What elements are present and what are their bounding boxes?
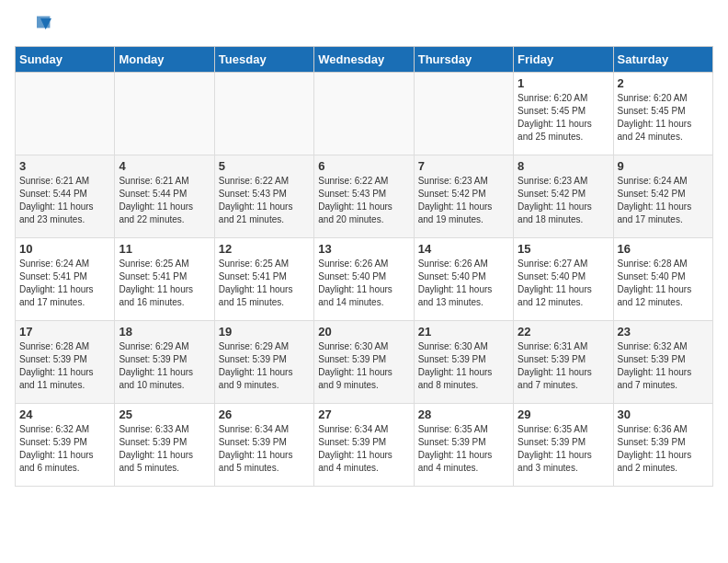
calendar-cell: 17Sunrise: 6:28 AMSunset: 5:39 PMDayligh… [16,321,115,404]
calendar-cell: 5Sunrise: 6:22 AMSunset: 5:43 PMDaylight… [214,155,313,238]
calendar-cell: 10Sunrise: 6:24 AMSunset: 5:41 PMDayligh… [16,238,115,321]
day-info: Sunrise: 6:25 AMSunset: 5:41 PMDaylight:… [219,258,310,309]
day-info: Sunrise: 6:31 AMSunset: 5:39 PMDaylight:… [518,340,609,392]
day-number: 21 [418,325,509,339]
calendar-cell: 27Sunrise: 6:34 AMSunset: 5:39 PMDayligh… [314,404,414,487]
calendar-cell: 28Sunrise: 6:35 AMSunset: 5:39 PMDayligh… [414,404,513,487]
calendar-cell: 30Sunrise: 6:36 AMSunset: 5:39 PMDayligh… [613,404,712,487]
day-number: 18 [119,325,210,339]
day-number: 17 [19,325,110,339]
calendar-cell: 7Sunrise: 6:23 AMSunset: 5:42 PMDaylight… [414,155,513,238]
col-header-thursday: Thursday [414,47,513,73]
day-number: 25 [119,408,210,421]
calendar-cell: 23Sunrise: 6:32 AMSunset: 5:39 PMDayligh… [613,321,712,404]
day-number: 26 [219,408,310,421]
page-header [15,15,713,35]
day-number: 12 [219,242,310,256]
day-info: Sunrise: 6:26 AMSunset: 5:40 PMDaylight:… [318,258,409,309]
day-number: 8 [518,159,609,173]
calendar-cell: 9Sunrise: 6:24 AMSunset: 5:42 PMDaylight… [613,155,712,238]
col-header-monday: Monday [115,47,214,73]
day-number: 2 [618,76,709,90]
calendar-cell: 1Sunrise: 6:20 AMSunset: 5:45 PMDaylight… [514,73,613,155]
day-number: 22 [518,325,609,339]
day-number: 9 [618,159,709,173]
day-number: 16 [618,242,709,256]
day-info: Sunrise: 6:35 AMSunset: 5:39 PMDaylight:… [518,423,609,475]
calendar-cell: 16Sunrise: 6:28 AMSunset: 5:40 PMDayligh… [613,238,712,321]
calendar-week-row: 10Sunrise: 6:24 AMSunset: 5:41 PMDayligh… [16,238,713,321]
day-number: 30 [618,408,709,421]
day-info: Sunrise: 6:25 AMSunset: 5:41 PMDaylight:… [119,258,210,309]
day-number: 20 [318,325,409,339]
calendar-cell: 4Sunrise: 6:21 AMSunset: 5:44 PMDaylight… [115,155,214,238]
calendar-week-row: 1Sunrise: 6:20 AMSunset: 5:45 PMDaylight… [16,73,713,155]
logo-icon [15,15,51,33]
day-info: Sunrise: 6:21 AMSunset: 5:44 PMDaylight:… [119,175,210,226]
calendar-cell: 3Sunrise: 6:21 AMSunset: 5:44 PMDaylight… [16,155,115,238]
day-number: 19 [219,325,310,339]
day-info: Sunrise: 6:32 AMSunset: 5:39 PMDaylight:… [19,423,110,475]
day-info: Sunrise: 6:23 AMSunset: 5:42 PMDaylight:… [518,175,609,226]
logo [15,15,51,35]
day-info: Sunrise: 6:35 AMSunset: 5:39 PMDaylight:… [418,423,509,475]
day-number: 14 [418,242,509,256]
day-number: 29 [518,408,609,421]
day-info: Sunrise: 6:27 AMSunset: 5:40 PMDaylight:… [518,258,609,309]
col-header-saturday: Saturday [613,47,712,73]
day-info: Sunrise: 6:32 AMSunset: 5:39 PMDaylight:… [618,340,709,392]
col-header-wednesday: Wednesday [314,47,414,73]
day-info: Sunrise: 6:22 AMSunset: 5:43 PMDaylight:… [318,175,409,226]
calendar-cell: 22Sunrise: 6:31 AMSunset: 5:39 PMDayligh… [514,321,613,404]
calendar-cell: 11Sunrise: 6:25 AMSunset: 5:41 PMDayligh… [115,238,214,321]
day-number: 11 [119,242,210,256]
calendar-cell: 13Sunrise: 6:26 AMSunset: 5:40 PMDayligh… [314,238,414,321]
day-info: Sunrise: 6:29 AMSunset: 5:39 PMDaylight:… [219,340,310,392]
col-header-tuesday: Tuesday [214,47,313,73]
day-info: Sunrise: 6:26 AMSunset: 5:40 PMDaylight:… [418,258,509,309]
day-info: Sunrise: 6:20 AMSunset: 5:45 PMDaylight:… [518,92,609,144]
calendar-cell: 2Sunrise: 6:20 AMSunset: 5:45 PMDaylight… [613,73,712,155]
day-info: Sunrise: 6:28 AMSunset: 5:40 PMDaylight:… [618,258,709,309]
calendar-cell: 26Sunrise: 6:34 AMSunset: 5:39 PMDayligh… [214,404,313,487]
day-number: 24 [19,408,110,421]
day-number: 5 [219,159,310,173]
day-info: Sunrise: 6:30 AMSunset: 5:39 PMDaylight:… [418,340,509,392]
calendar-cell: 21Sunrise: 6:30 AMSunset: 5:39 PMDayligh… [414,321,513,404]
col-header-friday: Friday [514,47,613,73]
day-number: 10 [19,242,110,256]
calendar-cell: 18Sunrise: 6:29 AMSunset: 5:39 PMDayligh… [115,321,214,404]
calendar-cell [414,73,513,155]
day-number: 27 [318,408,409,421]
day-info: Sunrise: 6:22 AMSunset: 5:43 PMDaylight:… [219,175,310,226]
day-number: 28 [418,408,509,421]
day-number: 7 [418,159,509,173]
day-number: 4 [119,159,210,173]
day-number: 15 [518,242,609,256]
day-info: Sunrise: 6:34 AMSunset: 5:39 PMDaylight:… [318,423,409,475]
calendar-cell: 6Sunrise: 6:22 AMSunset: 5:43 PMDaylight… [314,155,414,238]
calendar-cell: 8Sunrise: 6:23 AMSunset: 5:42 PMDaylight… [514,155,613,238]
day-number: 23 [618,325,709,339]
calendar-cell: 24Sunrise: 6:32 AMSunset: 5:39 PMDayligh… [16,404,115,487]
calendar-cell: 20Sunrise: 6:30 AMSunset: 5:39 PMDayligh… [314,321,414,404]
day-info: Sunrise: 6:24 AMSunset: 5:42 PMDaylight:… [618,175,709,226]
calendar-header-row: SundayMondayTuesdayWednesdayThursdayFrid… [16,47,713,73]
calendar-cell [16,73,115,155]
day-info: Sunrise: 6:20 AMSunset: 5:45 PMDaylight:… [618,92,709,144]
day-info: Sunrise: 6:36 AMSunset: 5:39 PMDaylight:… [618,423,709,475]
day-info: Sunrise: 6:28 AMSunset: 5:39 PMDaylight:… [19,340,110,392]
calendar-week-row: 24Sunrise: 6:32 AMSunset: 5:39 PMDayligh… [16,404,713,487]
calendar-week-row: 17Sunrise: 6:28 AMSunset: 5:39 PMDayligh… [16,321,713,404]
calendar-cell: 14Sunrise: 6:26 AMSunset: 5:40 PMDayligh… [414,238,513,321]
col-header-sunday: Sunday [16,47,115,73]
day-number: 3 [19,159,110,173]
calendar-cell [115,73,214,155]
calendar-cell [214,73,313,155]
calendar-cell [314,73,414,155]
day-info: Sunrise: 6:21 AMSunset: 5:44 PMDaylight:… [19,175,110,226]
calendar-cell: 15Sunrise: 6:27 AMSunset: 5:40 PMDayligh… [514,238,613,321]
day-number: 13 [318,242,409,256]
day-info: Sunrise: 6:23 AMSunset: 5:42 PMDaylight:… [418,175,509,226]
day-number: 1 [518,76,609,90]
